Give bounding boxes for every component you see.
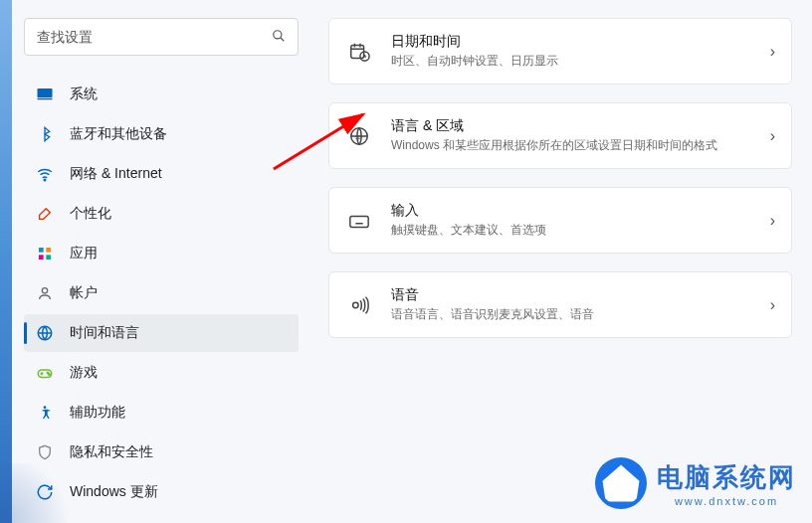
sidebar-item-label: 游戏 — [70, 364, 98, 382]
svg-line-1 — [281, 37, 285, 41]
accessibility-icon — [34, 402, 56, 424]
card-language-region[interactable]: 字 语言 & 区域 Windows 和某些应用根据你所在的区域设置日期和时间的格… — [328, 102, 792, 169]
sidebar-item-bluetooth[interactable]: 蓝牙和其他设备 — [24, 115, 299, 153]
svg-point-4 — [44, 179, 46, 181]
wallpaper-edge — [0, 0, 12, 523]
card-title: 语音 — [391, 286, 770, 304]
sidebar-item-games[interactable]: 游戏 — [24, 354, 299, 392]
card-title: 语言 & 区域 — [391, 117, 770, 135]
card-speech[interactable]: 语音 语音语言、语音识别麦克风设置、语音 › — [328, 271, 792, 338]
voice-icon — [345, 291, 373, 319]
update-icon — [34, 481, 56, 503]
card-subtitle: Windows 和某些应用根据你所在的区域设置日期和时间的格式 — [391, 137, 770, 154]
svg-rect-2 — [38, 88, 53, 97]
card-text: 语言 & 区域 Windows 和某些应用根据你所在的区域设置日期和时间的格式 — [391, 117, 770, 154]
sidebar-item-privacy[interactable]: 隐私和安全性 — [24, 434, 299, 471]
svg-point-14 — [44, 406, 47, 409]
card-datetime[interactable]: 日期和时间 时区、自动时钟设置、日历显示 › — [328, 18, 792, 85]
svg-point-0 — [274, 30, 282, 38]
shield-icon — [34, 441, 56, 463]
calendar-clock-icon — [345, 38, 373, 66]
svg-rect-5 — [39, 248, 44, 253]
sidebar-item-label: 帐户 — [70, 284, 98, 302]
person-icon — [34, 282, 56, 304]
chevron-right-icon: › — [770, 43, 775, 61]
svg-text:字: 字 — [355, 133, 361, 140]
gamepad-icon — [34, 362, 56, 384]
sidebar-item-accessibility[interactable]: 辅助功能 — [24, 394, 299, 432]
watermark: 电脑系统网 www.dnxtw.com — [595, 457, 796, 509]
svg-rect-8 — [46, 255, 51, 260]
search-input[interactable] — [37, 29, 272, 45]
watermark-text: 电脑系统网 www.dnxtw.com — [657, 460, 796, 507]
svg-rect-15 — [351, 45, 364, 58]
main-content: 日期和时间 时区、自动时钟设置、日历显示 › 字 语言 & 区域 Windows… — [328, 18, 792, 356]
apps-icon — [34, 243, 56, 264]
svg-rect-7 — [39, 255, 44, 260]
globe-text-icon: 字 — [345, 122, 373, 150]
sidebar-item-label: 应用 — [70, 245, 98, 262]
svg-point-13 — [49, 374, 51, 376]
sidebar-item-label: 个性化 — [70, 205, 111, 223]
globe-clock-icon — [34, 322, 56, 344]
card-subtitle: 时区、自动时钟设置、日历显示 — [391, 53, 770, 70]
svg-rect-6 — [46, 248, 51, 253]
sidebar-item-label: 隐私和安全性 — [70, 443, 153, 461]
watermark-url: www.dnxtw.com — [657, 495, 796, 507]
sidebar-item-personalization[interactable]: 个性化 — [24, 195, 299, 233]
watermark-logo — [595, 457, 647, 509]
sidebar-nav: 系统 蓝牙和其他设备 网络 & Internet 个性化 应用 帐户 时间和语言 — [24, 76, 299, 511]
sidebar: 系统 蓝牙和其他设备 网络 & Internet 个性化 应用 帐户 时间和语言 — [12, 0, 310, 523]
sidebar-item-label: 蓝牙和其他设备 — [70, 125, 167, 143]
card-text: 输入 触摸键盘、文本建议、首选项 — [391, 202, 770, 239]
watermark-title: 电脑系统网 — [657, 460, 796, 495]
card-subtitle: 触摸键盘、文本建议、首选项 — [391, 222, 770, 239]
card-text: 语音 语音语言、语音识别麦克风设置、语音 — [391, 286, 770, 323]
card-title: 日期和时间 — [391, 33, 770, 51]
sidebar-item-label: 系统 — [70, 86, 98, 103]
bluetooth-icon — [34, 123, 56, 145]
sidebar-item-apps[interactable]: 应用 — [24, 235, 299, 272]
sidebar-item-label: 时间和语言 — [70, 324, 139, 342]
search-icon — [272, 29, 286, 46]
svg-point-9 — [42, 288, 47, 293]
sidebar-item-network[interactable]: 网络 & Internet — [24, 155, 299, 193]
svg-point-20 — [353, 302, 359, 308]
svg-rect-19 — [350, 216, 368, 227]
monitor-icon — [34, 84, 56, 105]
sidebar-item-accounts[interactable]: 帐户 — [24, 274, 299, 312]
chevron-right-icon: › — [770, 127, 775, 145]
sidebar-item-label: 辅助功能 — [70, 404, 125, 422]
sidebar-item-system[interactable]: 系统 — [24, 76, 299, 113]
wifi-icon — [34, 163, 56, 185]
search-box[interactable] — [24, 18, 299, 56]
chevron-right-icon: › — [770, 212, 775, 230]
sidebar-item-windows-update[interactable]: Windows 更新 — [24, 473, 299, 511]
card-text: 日期和时间 时区、自动时钟设置、日历显示 — [391, 33, 770, 70]
card-subtitle: 语音语言、语音识别麦克风设置、语音 — [391, 306, 770, 323]
svg-rect-3 — [38, 98, 53, 100]
keyboard-icon — [345, 207, 373, 235]
card-title: 输入 — [391, 202, 770, 220]
sidebar-item-time-language[interactable]: 时间和语言 — [24, 314, 299, 352]
card-typing[interactable]: 输入 触摸键盘、文本建议、首选项 › — [328, 187, 792, 254]
sidebar-item-label: Windows 更新 — [70, 483, 158, 501]
chevron-right-icon: › — [770, 296, 775, 314]
sidebar-item-label: 网络 & Internet — [70, 165, 162, 183]
brush-icon — [34, 203, 56, 225]
